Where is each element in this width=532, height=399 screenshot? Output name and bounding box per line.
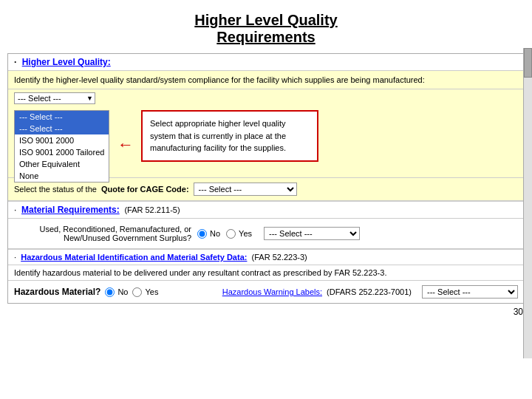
section1-identify-row: Identify the higher-level quality standa… [8,71,524,89]
used-label: Used, Reconditioned, Remanufactured, or … [14,225,191,242]
hazmat-section: · Hazardous Material Identification and … [8,249,524,303]
cage-label-text: Select the status of the Quote for CAGE … [14,185,189,194]
hazmat-desc-text: Identify hazardous material to be delive… [14,268,386,277]
page-title: Higher Level Quality Requirements [0,0,532,53]
radio-group-no: No [197,229,220,239]
material-far-ref: (FAR 52.211-5) [124,205,180,214]
tooltip-text: Select appropriate higher level quality … [150,119,286,152]
cage-label-prefix: Select the status of the [14,185,97,194]
title-line1: Higher Level Quality [194,12,337,28]
hazmat-radio-yes: Yes [132,287,158,297]
hazmat-right: Hazardous Warning Labels: (DFARS 252.223… [222,285,518,299]
dropdown-item-select2[interactable]: --- Select --- [15,123,109,134]
section1-header: · Higher Level Quality: [8,54,524,71]
page-number: 30 [0,304,532,320]
dot3: · [14,253,16,262]
material-body: Used, Reconditioned, Remanufactured, or … [8,219,524,249]
hazmat-radio-yes-label: Yes [145,287,158,296]
warning-select[interactable]: --- Select --- [422,285,518,299]
dfars-ref: (DFARS 252.223-7001) [327,287,412,296]
dropdown-item-iso9001[interactable]: ISO 9001 2000 [15,134,109,146]
main-panel: · Higher Level Quality: Identify the hig… [7,53,525,304]
dropdown-item-other[interactable]: Other Equivalent [15,158,109,170]
hazmat-body: Hazardous Material? No Yes Hazardous War… [8,281,524,303]
hazmat-question-label: Hazardous Material? [14,287,100,297]
radio-no[interactable] [197,229,207,239]
hazmat-radio-no: No [105,287,128,297]
radio-no-label: No [210,229,220,238]
red-arrow-icon: ← [117,135,134,154]
material-header: · Material Requirements: (FAR 52.211-5) [8,202,524,219]
radio-yes-label: Yes [239,229,252,238]
title-line2: Requirements [216,29,315,45]
section1-label: Higher Level Quality: [22,57,111,67]
scrollbar[interactable] [523,48,532,358]
dot1: · [14,57,16,67]
hazmat-radio-no-label: No [117,287,128,296]
dropdown-item-select[interactable]: --- Select --- [15,111,109,123]
hazmat-header: · Hazardous Material Identification and … [8,250,524,265]
dot2: · [14,205,16,215]
radio-yes[interactable] [226,229,236,239]
hazmat-left: Hazardous Material? No Yes [14,287,158,297]
hazmat-radio-yes-input[interactable] [132,287,142,297]
dropdown-item-iso9001t[interactable]: ISO 9001 2000 Tailored [15,146,109,158]
hazmat-label: Hazardous Material Identification and Ma… [21,253,247,262]
radio-group-yes: Yes [226,229,252,239]
quality-dropdown-open[interactable]: --- Select --- --- Select --- ISO 9001 2… [14,110,109,183]
scrollbar-thumb[interactable] [524,48,532,78]
quality-select-closed[interactable]: --- Select --- ▼ [14,92,95,104]
dropdown-arrow-icon: ▼ [86,95,93,102]
material-section: · Material Requirements: (FAR 52.211-5) … [8,201,524,249]
quality-select-value: --- Select --- [16,94,86,103]
dropdown-item-none[interactable]: None [15,170,109,182]
hazmat-radio-no-input[interactable] [105,287,115,297]
material-label: Material Requirements: [21,205,120,215]
tooltip-box: Select appropriate higher level quality … [141,110,318,162]
cage-select[interactable]: --- Select --- [194,183,297,196]
identify-text: Identify the higher-level quality standa… [14,75,425,84]
warning-label: Hazardous Warning Labels: [222,287,322,296]
dropdown-area: --- Select --- ▼ --- Select --- --- Sele… [8,89,524,178]
cage-label-bold: Quote for CAGE Code: [101,185,189,194]
hazmat-desc: Identify hazardous material to be delive… [8,265,524,281]
hazmat-far-ref: (FAR 52.223-3) [252,253,307,262]
mat-select[interactable]: --- Select --- [264,227,360,240]
